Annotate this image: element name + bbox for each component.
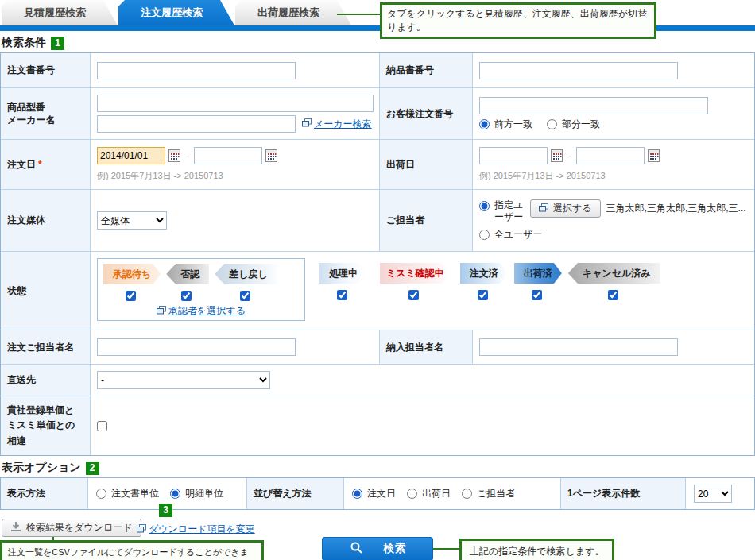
change-download-items-label: ダウンロード項目を変更 (149, 523, 255, 536)
display-method-label: 表示方法 (1, 478, 88, 509)
match-partial-label: 部分一致 (562, 118, 600, 131)
tab-tooltip: タブをクリックすると見積履歴、注文履歴、出荷履歴が切替ります。 (380, 2, 656, 39)
sort-person-radio-input[interactable] (462, 489, 472, 499)
status-item: 承認待ち (103, 264, 161, 301)
person-all-radio[interactable]: 全ユーザー (479, 228, 543, 241)
ship-date-to-input[interactable] (576, 147, 645, 164)
tab-tooltip-text: タブをクリックすると見積履歴、注文履歴、出荷履歴が切替ります。 (387, 8, 647, 33)
tab-ship-history[interactable]: 出荷履歴検索 (235, 0, 351, 25)
status-checkbox-sent-back[interactable] (240, 291, 250, 301)
change-download-items-link[interactable]: ダウンロード項目を変更 (137, 523, 255, 536)
display-options-header: 表示オプション 2 (0, 461, 755, 475)
person-select-button-label: 選択する (553, 202, 592, 215)
product-model-input[interactable] (97, 95, 374, 112)
display-method-order-radio[interactable]: 注文書単位 (96, 487, 159, 500)
connector-line (433, 548, 459, 550)
sort-order-date-label: 注文日 (367, 487, 396, 500)
status-label: 状態 (1, 252, 91, 330)
sort-person-label: ご担当者 (477, 487, 515, 500)
status-chevron-sent-back: 差し戻し (215, 264, 277, 284)
status-chevron-processing: 処理中 (319, 263, 367, 284)
match-partial-radio[interactable]: 部分一致 (547, 118, 600, 131)
delivery-no-input[interactable] (479, 62, 678, 79)
match-prefix-label: 前方一致 (494, 118, 532, 131)
sort-order-date-radio-input[interactable] (352, 489, 362, 499)
csv-download-tooltip: 注文一覧をCSVファイルにてダウンロードすることができます。 (0, 540, 264, 560)
sort-ship-date-radio-input[interactable] (407, 489, 417, 499)
status-checkbox-shipped[interactable] (532, 290, 542, 300)
customer-order-no-input[interactable] (479, 97, 708, 114)
maker-name-input[interactable] (97, 115, 296, 133)
order-media-select[interactable]: 全媒体 (97, 211, 167, 230)
tab-order-history-label: 注文履歴検索 (141, 6, 203, 18)
status-checkbox-misumi-checking[interactable] (408, 290, 419, 300)
order-date-from-input[interactable] (97, 147, 165, 164)
search-tooltip: 上記の指定条件で検索します。 (459, 539, 614, 560)
status-item: 差し戻し (215, 264, 277, 301)
status-chevron-shipped: 出荷済 (514, 263, 562, 284)
tab-quote-history-label: 見積履歴検索 (24, 6, 86, 18)
tab-ship-history-label: 出荷履歴検索 (257, 6, 319, 18)
delivery-person-name-label: 納入担当者名 (380, 330, 473, 364)
ship-date-from-input[interactable] (479, 147, 548, 164)
calendar-icon[interactable] (168, 149, 181, 163)
search-button[interactable]: 検索 (322, 537, 433, 560)
person-specified-radio[interactable]: 指定ユーザー (479, 199, 525, 223)
calendar-icon[interactable] (265, 149, 278, 163)
delivery-no-label: 納品書番号 (380, 53, 473, 87)
calendar-icon[interactable] (550, 149, 563, 163)
popup-window-icon (302, 118, 312, 129)
search-icon (350, 541, 363, 557)
status-checkbox-processing[interactable] (337, 290, 347, 300)
select-approver-link[interactable]: 承認者を選択する (157, 304, 246, 318)
match-prefix-radio[interactable]: 前方一致 (479, 118, 532, 131)
order-date-hint: 例) 2015年7月13日 -> 20150713 (97, 170, 223, 182)
sort-person-radio[interactable]: ご担当者 (462, 487, 515, 500)
sort-ship-date-radio[interactable]: 出荷日 (407, 487, 451, 500)
order-no-label: 注文書番号 (1, 53, 91, 87)
step-badge-3: 3 (159, 504, 172, 517)
download-icon (10, 521, 21, 535)
person-label: ご担当者 (380, 190, 473, 251)
match-partial-radio-input[interactable] (547, 119, 557, 129)
order-no-input[interactable] (97, 62, 296, 79)
product-model-label: 商品型番 (7, 102, 45, 113)
person-select-button[interactable]: 選択する (530, 199, 601, 218)
customer-order-no-label: お客様注文番号 (380, 88, 473, 139)
status-chevron-denied: 否認 (166, 264, 209, 284)
per-page-label: 1ページ表示件数 (561, 478, 686, 509)
display-method-order-radio-input[interactable] (96, 489, 106, 499)
person-all-label: 全ユーザー (494, 228, 543, 241)
status-checkbox-cancelled[interactable] (608, 290, 618, 300)
direct-destination-label: 直送先 (1, 365, 91, 396)
order-date-to-input[interactable] (194, 147, 262, 164)
search-conditions-title: 検索条件 (2, 36, 46, 50)
status-checkbox-approval-waiting[interactable] (126, 291, 136, 301)
person-specified-label: 指定ユーザー (494, 199, 525, 223)
status-item: 出荷済 (514, 258, 562, 300)
tab-quote-history[interactable]: 見積履歴検索 (2, 0, 118, 25)
display-method-detail-radio-input[interactable] (170, 489, 180, 499)
order-person-name-input[interactable] (97, 338, 296, 356)
status-checkbox-ordered[interactable] (478, 290, 488, 300)
maker-search-link[interactable]: メーカー検索 (302, 118, 372, 131)
status-checkbox-denied[interactable] (181, 291, 192, 301)
status-chevron-cancelled: キャンセル済み (568, 263, 660, 284)
sort-order-date-radio[interactable]: 注文日 (352, 487, 396, 500)
display-method-detail-radio[interactable]: 明細単位 (170, 487, 223, 500)
status-item: 処理中 (319, 258, 367, 300)
download-results-button[interactable]: 検索結果をダウンロード (2, 519, 141, 537)
tab-order-history[interactable]: 注文履歴検索 (118, 0, 234, 25)
delivery-person-name-input[interactable] (479, 338, 678, 356)
match-prefix-radio-input[interactable] (479, 119, 490, 129)
order-person-name-label: 注文ご担当者名 (1, 330, 91, 364)
person-specified-radio-input[interactable] (479, 201, 490, 211)
direct-destination-select[interactable]: - (97, 371, 270, 389)
price-diff-label: 貴社登録単価とミスミ単価との相違 (1, 396, 91, 455)
price-diff-checkbox[interactable] (97, 421, 107, 431)
display-method-detail-label: 明細単位 (185, 487, 223, 500)
calendar-icon[interactable] (647, 149, 660, 163)
person-all-radio-input[interactable] (479, 230, 490, 240)
per-page-select[interactable]: 20 (694, 485, 732, 503)
product-maker-label: 商品型番 メーカー名 (1, 88, 91, 139)
